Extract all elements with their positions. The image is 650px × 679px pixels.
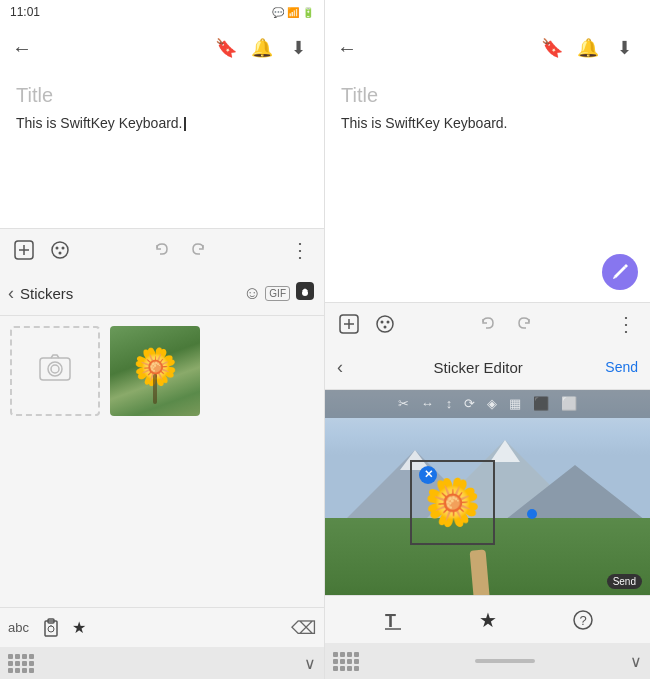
editor-bottom-toolbar: T ★ ? — [325, 595, 650, 643]
right-note-title-placeholder: Title — [341, 84, 634, 107]
svg-text:?: ? — [579, 613, 586, 628]
text-cursor — [184, 117, 186, 131]
collapse-keyboard-button[interactable]: ∨ — [304, 654, 316, 673]
scrollbar-thumb[interactable] — [475, 659, 535, 663]
emoji-tab-button[interactable]: ☺ — [243, 283, 261, 304]
sticker-editor-title: Sticker Editor — [351, 359, 605, 376]
svg-point-6 — [59, 252, 62, 255]
sticker-back-button[interactable]: ‹ — [8, 283, 14, 304]
palette-icon — [50, 240, 70, 260]
right-keyboard-toolbar: ⋮ — [325, 302, 650, 346]
plus-icon — [14, 240, 34, 260]
undo-icon — [152, 240, 172, 260]
right-back-button[interactable]: ← — [337, 37, 357, 60]
svg-point-3 — [52, 242, 68, 258]
bookmark-icon[interactable]: 🔖 — [212, 34, 240, 62]
adjust-icon[interactable]: ▦ — [509, 396, 521, 411]
favorites-button[interactable]: ★ — [65, 614, 93, 642]
sticker-pack-button[interactable] — [294, 280, 316, 307]
clipboard-icon — [41, 618, 61, 638]
sticker-grid — [0, 316, 324, 476]
right-status-bar — [325, 0, 650, 24]
text-tool-button[interactable]: T — [375, 602, 411, 638]
add-content-button[interactable] — [8, 234, 40, 266]
delete-button[interactable]: ⌫ — [291, 617, 316, 639]
sticker-editor-back-button[interactable]: ‹ — [337, 357, 343, 378]
crop-icon[interactable]: ✂ — [398, 396, 409, 411]
right-note-area: Title This is SwiftKey Keyboard. — [325, 72, 650, 302]
abc-label: abc — [8, 620, 29, 635]
keyboard-grid-icon — [8, 654, 34, 673]
flower-sticker-image — [110, 326, 200, 416]
right-app-bar: ← 🔖 🔔 ⬇ — [325, 24, 650, 72]
whatsapp-icon: 💬 — [272, 7, 284, 18]
right-palette-button[interactable] — [369, 308, 401, 340]
notification-icon[interactable]: 🔔 — [248, 34, 276, 62]
svg-point-5 — [62, 247, 65, 250]
right-collapse-keyboard-button[interactable]: ∨ — [630, 652, 642, 671]
add-sticker-button[interactable] — [10, 326, 100, 416]
square-icon[interactable]: ⬛ — [533, 396, 549, 411]
rotate2-icon[interactable]: ⟳ — [464, 396, 475, 411]
sticker-panel-header: ‹ Stickers ☺ GIF — [0, 272, 324, 316]
edit-fab-button[interactable] — [602, 254, 638, 290]
camera-icon — [39, 353, 71, 388]
svg-point-10 — [48, 362, 62, 376]
right-add-content-button[interactable] — [333, 308, 365, 340]
note-content: This is SwiftKey Keyboard. — [16, 115, 308, 131]
square2-icon[interactable]: ⬜ — [561, 396, 577, 411]
help-icon: ? — [572, 609, 594, 631]
sticker-editor-header: ‹ Sticker Editor Send — [325, 346, 650, 390]
note-title-placeholder: Title — [16, 84, 308, 107]
left-panel: 11:01 💬 📶 🔋 ← 🔖 🔔 ⬇ Title This is SwiftK… — [0, 0, 325, 679]
help-button[interactable]: ? — [565, 602, 601, 638]
undo-button[interactable] — [146, 234, 178, 266]
filter-icon[interactable]: ◈ — [487, 396, 497, 411]
right-keyboard-grid-bar: ∨ — [325, 643, 650, 679]
star-icon: ★ — [479, 608, 497, 632]
svg-point-21 — [387, 321, 390, 324]
sticker-star-button[interactable]: ★ — [470, 602, 506, 638]
right-bookmark-icon[interactable]: 🔖 — [538, 34, 566, 62]
sticker-thumbnail[interactable] — [110, 326, 200, 416]
redo-button[interactable] — [182, 234, 214, 266]
rotate-icon[interactable]: ↕ — [446, 396, 453, 411]
flip-icon[interactable]: ↔ — [421, 396, 434, 411]
sticker-editor-canvas: ✂ ↔ ↕ ⟳ ◈ ▦ ⬛ ⬜ 🌼 ✕ Send — [325, 390, 650, 596]
sticker-panel-empty — [0, 476, 324, 608]
right-palette-icon — [375, 314, 395, 334]
keyboard-bottom-bar: abc ★ ⌫ — [0, 607, 324, 647]
battery-icon: 🔋 — [302, 7, 314, 18]
right-undo-button[interactable] — [472, 308, 504, 340]
svg-point-4 — [56, 247, 59, 250]
right-redo-icon — [514, 314, 534, 334]
sticker-panel-title: Stickers — [20, 285, 239, 302]
svg-point-11 — [51, 365, 59, 373]
right-save-icon[interactable]: ⬇ — [610, 34, 638, 62]
gif-tab-button[interactable]: GIF — [265, 286, 290, 301]
resize-handle[interactable] — [527, 509, 537, 519]
right-undo-icon — [478, 314, 498, 334]
note-area: Title This is SwiftKey Keyboard. — [0, 72, 324, 228]
camera-svg — [39, 353, 71, 381]
back-button[interactable]: ← — [12, 37, 32, 60]
status-bar: 11:01 💬 📶 🔋 — [0, 0, 324, 24]
right-panel: ← 🔖 🔔 ⬇ Title This is SwiftKey Keyboard. — [325, 0, 650, 679]
svg-point-8 — [302, 290, 308, 296]
right-note-content: This is SwiftKey Keyboard. — [341, 115, 634, 131]
save-icon[interactable]: ⬇ — [284, 34, 312, 62]
sticker-close-button[interactable]: ✕ — [419, 466, 437, 484]
keyboard-grid-bar: ∨ — [0, 647, 324, 679]
more-options-button[interactable]: ⋮ — [284, 234, 316, 266]
clipboard-button[interactable] — [37, 614, 65, 642]
right-notification-icon[interactable]: 🔔 — [574, 34, 602, 62]
text-tool-icon: T — [382, 609, 404, 631]
sticker-editor-send-button[interactable]: Send — [605, 359, 638, 375]
palette-button[interactable] — [44, 234, 76, 266]
redo-icon — [188, 240, 208, 260]
right-redo-button[interactable] — [508, 308, 540, 340]
signal-icon: 📶 — [287, 7, 299, 18]
right-more-options-button[interactable]: ⋮ — [610, 308, 642, 340]
sticker-pack-icon — [294, 280, 316, 302]
send-badge[interactable]: Send — [607, 574, 642, 589]
